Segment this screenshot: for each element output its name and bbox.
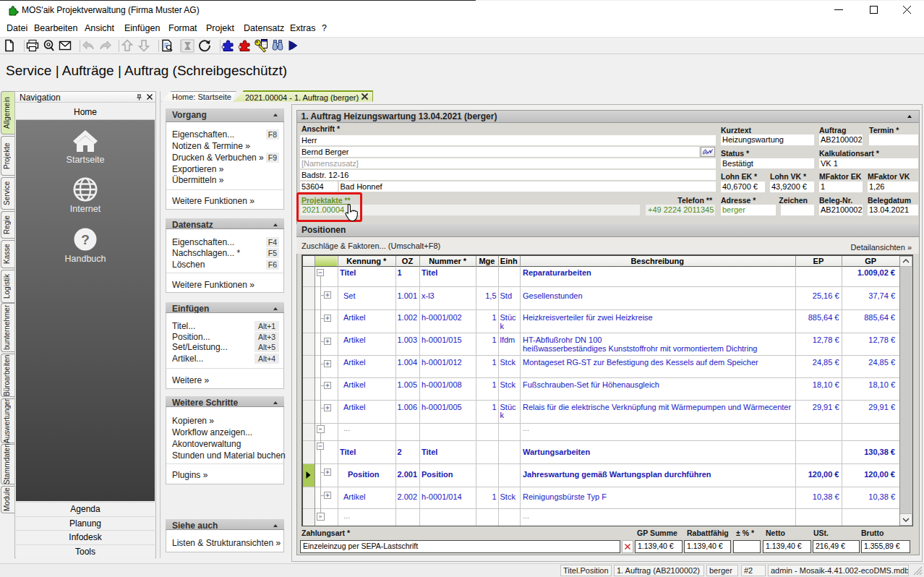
svg-text:?: ? [81, 232, 90, 247]
